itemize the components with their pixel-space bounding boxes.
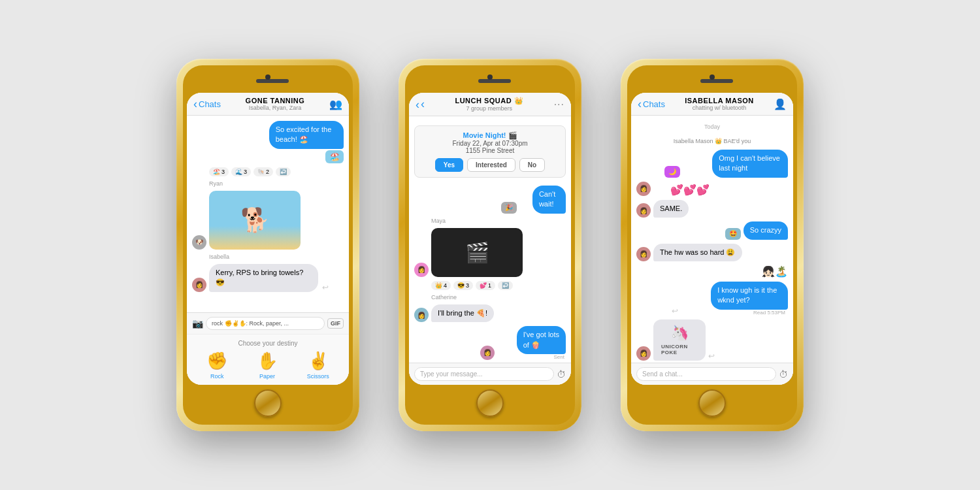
sticker-sm: 🤩	[725, 228, 741, 240]
table-row: Omg I can't believe last night 🌙	[636, 150, 788, 178]
sticker-row: 👧🏻🏝️	[762, 265, 788, 278]
event-address: 1155 Pine Street	[420, 147, 560, 154]
movie-image: 🎬	[431, 228, 523, 277]
dots-menu[interactable]: ···	[554, 99, 564, 110]
message-input-2[interactable]: Type your message...	[414, 367, 554, 381]
game-buttons: ✊ Rock ✋ Paper ✌️ Scissors	[192, 351, 344, 380]
home-button-3[interactable]	[698, 389, 726, 417]
sent-label: Sent	[554, 354, 564, 360]
phone-2-top-bar	[409, 69, 571, 93]
bubble: Can't wait!	[532, 186, 566, 214]
reaction-pill[interactable]: 💕 1	[476, 281, 495, 290]
table-row: I've got lots of 🍿 Sent 👩	[414, 326, 566, 360]
nav-bar-1: Chats GONE TANNING Isabella, Ryan, Zara …	[187, 93, 349, 116]
avatar: 🐶	[192, 235, 206, 250]
scissors-label: Scissors	[307, 373, 329, 380]
table-row: 👩 Kerry, RPS to bring towels? 😎 ↩	[192, 264, 344, 292]
back-button-1[interactable]: Chats	[193, 98, 221, 110]
bubble: I've got lots of 🍿	[517, 326, 566, 354]
reaction-pill[interactable]: 🐚 2	[253, 167, 273, 176]
read-label: Read 5:53PM	[753, 310, 785, 316]
back-button-3[interactable]: Chats	[638, 98, 665, 110]
reaction-pill[interactable]: 🌊 3	[231, 167, 251, 176]
table-row: So excited for the beach! 🏖️ 🏖️	[192, 121, 344, 163]
timer-icon-2[interactable]: ⏱	[557, 369, 566, 380]
phone-1-top-bar	[187, 69, 349, 93]
table-row: 🐶 🐕	[192, 191, 344, 250]
profile-icon-3[interactable]: 👤	[774, 98, 787, 110]
reaction-pill[interactable]: 🏖️ 3	[209, 167, 229, 176]
home-button-1[interactable]	[254, 389, 282, 417]
phone-2-screen: ‹ LUNCH SQUAD 👑 7 group members ··· Movi…	[409, 93, 571, 385]
message-input-3[interactable]: Send a chat...	[636, 367, 776, 381]
gif-button[interactable]: GIF	[327, 318, 344, 329]
avatar: 👩	[414, 308, 429, 322]
phone-3-top-bar	[631, 69, 793, 93]
rps-input[interactable]: rock ✊✌️✋: Rock, paper, ...	[206, 317, 325, 330]
messages-1: So excited for the beach! 🏖️ 🏖️ 🏖️ 3 🌊 3…	[187, 116, 349, 312]
table-row: 👩 🦄 UNICORN POKE ↩	[636, 319, 788, 361]
scissors-emoji: ✌️	[308, 351, 329, 371]
phone-3-bottom	[631, 385, 793, 421]
yes-button[interactable]: Yes	[435, 158, 463, 172]
phone-1-screen: Chats GONE TANNING Isabella, Ryan, Zara …	[187, 93, 349, 385]
sender-label: Isabella	[209, 253, 344, 260]
table-row: 👩 The hw was so hard 😩	[636, 244, 788, 261]
nav-title-2: LUNCH SQUAD 👑	[425, 97, 554, 105]
camera-dot-3	[710, 74, 715, 80]
reaction-pill[interactable]: 😎 3	[453, 281, 473, 290]
paper-emoji: ✋	[257, 351, 278, 371]
avatar: 👩	[414, 263, 429, 277]
avatar: 👩	[636, 182, 651, 196]
avatar: 👩	[192, 278, 206, 292]
timer-icon-3[interactable]: ⏱	[779, 369, 788, 380]
sticker-sm: 🎉	[501, 202, 517, 214]
table-row: Can't wait! 🎉	[414, 186, 566, 214]
nav-subtitle-1: Isabella, Ryan, Zara	[221, 105, 329, 111]
interested-button[interactable]: Interested	[467, 158, 515, 172]
reply-icon[interactable]: ↩	[672, 306, 678, 316]
nav-subtitle-3: chatting w/ bluetooth	[665, 105, 774, 111]
input-bar-1: 📷 rock ✊✌️✋: Rock, paper, ... GIF	[187, 312, 349, 334]
nav-title-3: ISABELLA MASON	[665, 97, 774, 105]
phone-1: Chats GONE TANNING Isabella, Ryan, Zara …	[176, 59, 359, 431]
paper-button[interactable]: ✋ Paper	[257, 351, 278, 380]
rock-emoji: ✊	[206, 351, 227, 371]
group-icon-1[interactable]: 👥	[329, 98, 342, 110]
event-card: Movie Night! 🎬 Friday 22, Apr at 07:30pm…	[414, 125, 566, 178]
bubble: The hw was so hard 😩	[653, 244, 742, 261]
camera-dot-2	[487, 74, 493, 80]
system-msg: Isabella Mason 👑 BAE'd you	[636, 138, 788, 144]
avatar: 👩	[636, 203, 651, 218]
home-button-2[interactable]	[476, 389, 504, 417]
input-bar-2: Type your message... ⏱	[409, 363, 571, 385]
messages-3: Today Isabella Mason 👑 BAE'd you Omg I c…	[631, 116, 793, 363]
phone-2: ‹ LUNCH SQUAD 👑 7 group members ··· Movi…	[399, 59, 581, 431]
reaction-pill[interactable]: ↩️	[498, 281, 513, 290]
dog-image: 🐕	[209, 191, 301, 250]
camera-icon[interactable]: 📷	[192, 318, 203, 329]
phone-2-bottom	[409, 385, 571, 421]
bubble: I know ugh is it the wknd yet?	[711, 282, 788, 310]
reaction-pill[interactable]: ↩️	[276, 167, 291, 176]
bubble: So excited for the beach! 🏖️	[269, 121, 344, 149]
nav-bar-3: Chats ISABELLA MASON chatting w/ bluetoo…	[631, 93, 793, 116]
rock-button[interactable]: ✊ Rock	[206, 351, 227, 380]
game-label: Choose your destiny	[192, 340, 344, 347]
hearts-row: 💕💕💕	[670, 184, 710, 196]
speaker-grill-3	[700, 79, 733, 83]
reply-icon[interactable]: ↩	[322, 283, 329, 292]
camera-dot	[265, 74, 270, 80]
reaction-pill[interactable]: 👑 4	[431, 281, 451, 290]
speaker-grill	[256, 79, 289, 83]
avatar: 👩	[636, 247, 651, 261]
avatar-right: 👩	[480, 346, 495, 360]
reply-icon[interactable]: ↩	[708, 351, 715, 361]
table-row: 👩 💕💕💕	[636, 182, 788, 196]
messages-2: Movie Night! 🎬 Friday 22, Apr at 07:30pm…	[409, 116, 571, 363]
unicorn-poke: 🦄 UNICORN POKE	[653, 319, 706, 361]
sender-label: Catherine	[431, 294, 566, 301]
scissors-button[interactable]: ✌️ Scissors	[307, 351, 329, 380]
no-button[interactable]: No	[519, 158, 545, 172]
back-button-2[interactable]: ‹	[416, 97, 425, 111]
